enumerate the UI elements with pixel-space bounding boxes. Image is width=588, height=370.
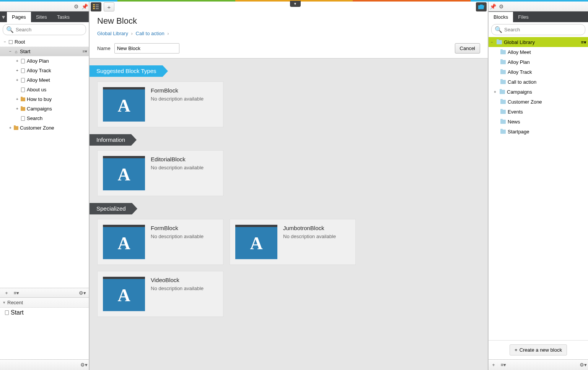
- chevron-down-icon[interactable]: ▾: [0, 11, 7, 22]
- blocks-tree-item[interactable]: Alloy Plan: [489, 57, 588, 67]
- gear-icon[interactable]: ⚙▾: [578, 361, 588, 369]
- folder-icon: [500, 110, 506, 114]
- block-type-card[interactable]: AJumbotronBlockNo description available: [230, 219, 356, 265]
- tab-pages[interactable]: Pages: [7, 11, 31, 22]
- block-description: No description available: [151, 96, 204, 102]
- blocks-tree-item[interactable]: +Campaigns: [489, 87, 588, 97]
- tree-item[interactable]: +Campaigns: [0, 104, 89, 114]
- tree-start[interactable]: −⌂ Start ≡▾: [0, 47, 89, 56]
- right-panel: 📌 ⚙ BlocksFiles 🔍 − Global Library ≡▾ Al…: [488, 2, 588, 370]
- create-block-button[interactable]: + Create a new block: [510, 344, 567, 355]
- tree-item[interactable]: +Alloy Meet: [0, 75, 89, 85]
- tree-item[interactable]: +Alloy Track: [0, 66, 89, 75]
- tree-item[interactable]: Search: [0, 114, 89, 123]
- blocks-tree-item[interactable]: Startpage: [489, 127, 588, 136]
- block-description: No description available: [151, 165, 204, 170]
- tree-label: Campaigns: [27, 106, 52, 112]
- tab-blocks[interactable]: Blocks: [489, 11, 513, 22]
- folder-icon: [21, 97, 25, 101]
- block-type-card[interactable]: AFormBlockNo description available: [97, 81, 223, 127]
- tree-root-global-library[interactable]: − Global Library ≡▾: [489, 37, 588, 47]
- block-title: EditorialBlock: [151, 156, 204, 162]
- tree-label: Alloy Plan: [27, 58, 49, 64]
- plus-icon: +: [515, 347, 518, 353]
- breadcrumb-item[interactable]: Call to action: [136, 31, 165, 36]
- search-container: 🔍: [0, 22, 89, 37]
- tree-label: Root: [15, 39, 25, 45]
- tree-label: How to buy: [27, 96, 52, 102]
- center-panel: + ▼ New Block Global Library › Call to a…: [89, 2, 488, 370]
- tree-label: Startpage: [508, 129, 529, 135]
- page-tree: − Root −⌂ Start ≡▾ +Alloy Plan+Alloy Tra…: [0, 37, 89, 288]
- block-title: FormBlock: [151, 87, 204, 94]
- cancel-button[interactable]: Cancel: [455, 43, 480, 54]
- context-menu-icon[interactable]: ≡▾: [581, 39, 586, 45]
- tree-toggle-button[interactable]: [91, 2, 101, 11]
- tree-item[interactable]: +How to buy: [0, 94, 89, 104]
- folder-icon: [500, 60, 506, 64]
- tab-sites[interactable]: Sites: [31, 11, 52, 22]
- add-button[interactable]: +: [2, 289, 11, 297]
- block-title: JumbotronBlock: [283, 225, 336, 231]
- page-icon: [21, 68, 25, 73]
- block-description: No description available: [283, 234, 336, 239]
- breadcrumb: Global Library › Call to action ›: [97, 31, 480, 36]
- tab-tasks[interactable]: Tasks: [52, 11, 75, 22]
- tree-customer-zone[interactable]: + Customer Zone: [0, 123, 89, 133]
- block-type-card[interactable]: AEditorialBlockNo description available: [97, 150, 223, 196]
- tree-label: Search: [27, 115, 42, 121]
- blocks-tree-item[interactable]: Customer Zone: [489, 97, 588, 107]
- search-icon: 🔍: [495, 26, 502, 33]
- create-area: + Create a new block: [489, 152, 588, 359]
- search-input[interactable]: [16, 27, 83, 32]
- gear-icon[interactable]: ⚙: [497, 2, 505, 11]
- tree-item[interactable]: About us: [0, 85, 89, 94]
- svg-rect-2: [93, 8, 95, 9]
- svg-rect-3: [96, 5, 99, 5]
- chevron-down-icon: ▾: [3, 300, 5, 305]
- blocks-tree-item[interactable]: Alloy Meet: [489, 47, 588, 57]
- pin-icon[interactable]: 📌: [80, 2, 89, 11]
- recent-label: Recent: [7, 300, 23, 305]
- flyout-toggle[interactable]: ▼: [290, 1, 301, 7]
- folder-open-button[interactable]: [476, 2, 487, 11]
- blocks-tree-item[interactable]: Alloy Track: [489, 67, 588, 77]
- search-input[interactable]: [504, 27, 582, 32]
- list-button[interactable]: ≡▾: [11, 289, 21, 297]
- add-button[interactable]: +: [104, 2, 114, 11]
- block-type-card[interactable]: AFormBlockNo description available: [97, 219, 223, 265]
- blocks-tree-item[interactable]: Call to action: [489, 77, 588, 87]
- blocks-tree-item[interactable]: News: [489, 117, 588, 127]
- tab-files[interactable]: Files: [513, 11, 533, 22]
- recent-header[interactable]: ▾ Recent: [0, 298, 89, 308]
- tree-root[interactable]: − Root: [0, 37, 89, 47]
- list-button[interactable]: ≡▾: [498, 361, 508, 369]
- blocks-tree-item[interactable]: Events: [489, 107, 588, 117]
- add-button[interactable]: +: [489, 361, 498, 369]
- breadcrumb-item[interactable]: Global Library: [97, 31, 128, 36]
- right-tabs: BlocksFiles: [489, 11, 588, 22]
- name-field-row: Name Cancel: [97, 43, 480, 54]
- blocks-tree: − Global Library ≡▾ Alloy MeetAlloy Plan…: [489, 37, 588, 152]
- pin-icon[interactable]: 📌: [489, 2, 497, 11]
- category-header: Suggested Block Types: [90, 65, 163, 77]
- tree-label: Global Library: [504, 39, 535, 45]
- gear-icon[interactable]: ⚙▾: [79, 361, 89, 369]
- gear-icon[interactable]: ⚙▾: [77, 289, 87, 297]
- tree-label: Alloy Meet: [27, 77, 50, 83]
- name-input[interactable]: [114, 43, 179, 54]
- tree-item[interactable]: +Alloy Plan: [0, 56, 89, 66]
- left-tabs: ▾ PagesSitesTasks: [0, 11, 89, 22]
- context-menu-icon[interactable]: ≡▾: [83, 49, 87, 54]
- block-description: No description available: [151, 234, 204, 239]
- tree-label: Alloy Track: [508, 69, 532, 75]
- block-title: VideoBlock: [151, 277, 204, 283]
- chevron-right-icon: ›: [131, 31, 133, 36]
- block-thumbnail: A: [103, 87, 145, 122]
- folder-icon: [500, 80, 506, 84]
- recent-item[interactable]: Start: [0, 308, 89, 317]
- page-icon: [21, 116, 25, 121]
- block-type-card[interactable]: AVideoBlockNo description available: [97, 271, 223, 317]
- gear-icon[interactable]: ⚙: [72, 2, 80, 11]
- block-title: FormBlock: [151, 225, 204, 231]
